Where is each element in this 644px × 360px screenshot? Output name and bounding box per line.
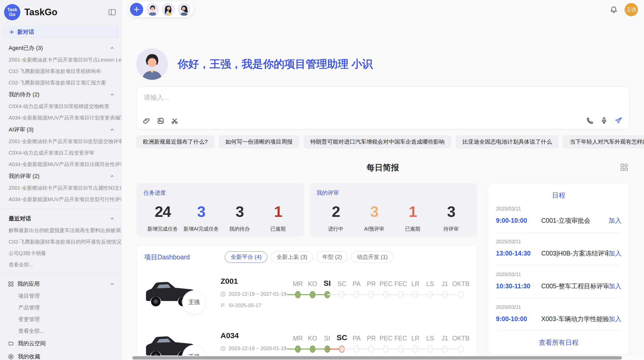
- phone-icon[interactable]: [586, 117, 593, 124]
- sidebar-conversation-item[interactable]: C0X4-动力总成开发项目工程变更评审: [0, 147, 121, 159]
- milestone-stop: OKTB: [452, 276, 470, 301]
- sidebar-conversation-item[interactable]: A034-全新新能源MUV产品开发项目计划变更表编写: [0, 112, 121, 124]
- schedule-date: 2025/03/11: [496, 272, 621, 277]
- join-link[interactable]: 加入: [609, 249, 621, 258]
- schedule-entry-main: 9:00-10:00X003-车辆动力学性能验...加入: [496, 315, 621, 323]
- daily-brief-header: 每日简报: [136, 162, 629, 173]
- chevron-up-icon: [110, 216, 115, 221]
- stat-metric-value: 2: [317, 203, 355, 220]
- sidebar-conversation-item[interactable]: Z001-全新燃油轻卡产品开发项目SI造型提交物评审: [0, 136, 121, 147]
- dashboard-filter-chip[interactable]: 全新上装 (3): [271, 251, 313, 263]
- chevron-up-icon: [110, 174, 115, 179]
- join-link[interactable]: 加入: [609, 315, 621, 323]
- image-icon[interactable]: [157, 117, 164, 124]
- sidebar-item-cloud-space[interactable]: 我的云空间: [0, 337, 121, 350]
- add-agent-button[interactable]: [130, 3, 143, 16]
- stat-metrics: 24新增完成任务3新增AI完成任务3我的待办1已逾期: [143, 203, 297, 232]
- stat-metric-label: 进行中: [317, 226, 355, 232]
- sidebar-section-header[interactable]: 我的待办 (2): [0, 88, 121, 101]
- app-logo: Task Go: [4, 4, 20, 20]
- milestone-label: PA: [349, 276, 364, 288]
- dashboard-title: 项目Dashboard: [144, 253, 190, 262]
- suggestion-chip[interactable]: 欧洲新规最近颁布了什么?: [136, 135, 214, 148]
- user-avatar[interactable]: 王强: [625, 3, 638, 16]
- my-apps-item[interactable]: 变更管理: [0, 313, 121, 325]
- sidebar-conversation-item[interactable]: A034-全新新能源MUV产品开发项目法规符合性评审: [0, 159, 121, 170]
- horizontal-scrollbar[interactable]: [132, 356, 644, 360]
- greeting-block: 你好，王强，我是你的项目管理助理 小识: [136, 48, 629, 80]
- clock-icon: [221, 292, 226, 297]
- sidebar-item-favorites[interactable]: 我的收藏: [0, 350, 121, 360]
- sidebar-section-header[interactable]: 我的评审 (2): [0, 170, 121, 182]
- schedule-name: C005-整车工程目标评审: [541, 282, 609, 290]
- agent-avatar-3[interactable]: [178, 3, 191, 16]
- milestone-dot-wrap: [364, 345, 379, 355]
- agent-avatar-2[interactable]: [162, 3, 175, 16]
- stat-metric-label: 待评审: [432, 226, 470, 232]
- stat-metric: 3AI预评审: [355, 203, 393, 232]
- view-all-schedule-link[interactable]: 查看所有日程: [496, 331, 621, 351]
- join-link[interactable]: 加入: [609, 282, 621, 290]
- agent-avatar-1[interactable]: [146, 3, 159, 16]
- recent-chat-item[interactable]: C02-飞腾新能源轻客改款项目的闭环通告反馈情况: [0, 236, 121, 248]
- sidebar-section-header[interactable]: Agent已办 (3): [0, 42, 121, 54]
- scrollbar-thumb[interactable]: [132, 356, 622, 359]
- recent-chat-item[interactable]: 查看全部...: [0, 259, 121, 271]
- schedule-time: 10:30-11:30: [496, 282, 541, 290]
- suggestion-chip[interactable]: 特朗普可能对进口汽车增税会对中国车企造成哪些影响: [304, 135, 451, 148]
- my-apps-item[interactable]: 查看全部...: [0, 325, 121, 337]
- milestone-label: OKTB: [452, 276, 470, 288]
- recent-chat-item[interactable]: 解释最新出台的欧盟报废车法规再生塑料比例被调至15%...: [0, 225, 121, 236]
- milestone-stop: PEC: [379, 331, 393, 355]
- project-info: Z0012023-12-19 ~ 2027-01-19SI-2025-05-17: [221, 276, 290, 308]
- microphone-icon[interactable]: [601, 117, 608, 124]
- brief-right-column: 日程 2025/03/119:00-10:00C001-立项审批会加入2025/…: [488, 183, 629, 360]
- sidebar-section-header[interactable]: AI评审 (3): [0, 124, 121, 136]
- join-link[interactable]: 加入: [609, 216, 621, 225]
- sidebar-conversation-item[interactable]: C02-飞腾新能源轻客改款项目里程碑画布: [0, 66, 121, 77]
- sidebar-conversation-item[interactable]: Z001-全新燃油轻卡产品开发项目SI节点属性5D文件评审: [0, 182, 121, 194]
- new-chat-button[interactable]: 新对话: [3, 26, 118, 38]
- dashboard-filter-chip[interactable]: 全新平台 (4): [225, 251, 267, 263]
- milestone-stop: J1: [437, 331, 452, 355]
- sidebar-conversation-item[interactable]: Z001-全新燃油皮卡产品开发项目SI节点Lesson Learn报告: [0, 54, 121, 66]
- milestone-label: PEC: [379, 331, 393, 342]
- project-dashboard-card: 项目Dashboard 全新平台 (4)全新上装 (3)年型 (2)动总开发 (…: [136, 245, 477, 360]
- plus-icon: [9, 29, 14, 35]
- dashboard-filter-chip[interactable]: 年型 (2): [316, 251, 348, 263]
- suggestion-chip[interactable]: 当下年轻人对汽车外观有怎样的喜好趋势: [563, 135, 644, 148]
- dashboard-filter-chip[interactable]: 动总开发 (1): [351, 251, 393, 263]
- content: 你好，王强，我是你的项目管理助理 小识 欧洲新规: [136, 20, 629, 360]
- stat-metric-label: 新增AI完成任务: [182, 226, 220, 232]
- milestone-stop: LS: [423, 331, 437, 355]
- schedule-time: 9:00-10:00: [496, 315, 541, 323]
- stat-metric-label: AI预评审: [355, 226, 393, 232]
- my-apps-item[interactable]: 项目管理: [0, 290, 121, 302]
- recent-chats-header[interactable]: 最近对话: [0, 213, 121, 225]
- suggestion-chip[interactable]: 比亚迪全固态电池计划具体说了什么: [456, 135, 559, 148]
- app-title: TaskGo: [24, 7, 108, 18]
- schedule-entry-main: 9:00-10:00C001-立项审批会加入: [496, 216, 621, 225]
- recent-chat-item[interactable]: 公司Q3轻卡销量: [0, 248, 121, 259]
- milestone-label: SI: [320, 331, 335, 342]
- scissors-icon[interactable]: [171, 117, 178, 124]
- stat-metric-value: 3: [355, 203, 393, 220]
- my-apps-item[interactable]: 产品管理: [0, 302, 121, 313]
- milestone-stop: SC: [334, 276, 349, 301]
- stat-metric-value: 1: [393, 203, 432, 220]
- sidebar-conversation-item[interactable]: A034-全新新能源MUV产品开发项目造型可行性评审: [0, 194, 121, 205]
- bell-icon[interactable]: [610, 6, 618, 13]
- sidebar-collapse-icon[interactable]: [108, 8, 116, 16]
- layout-grid-icon[interactable]: [620, 163, 628, 171]
- project-row[interactable]: 王强Z0012023-12-19 ~ 2027-01-19SI-2025-05-…: [144, 276, 470, 317]
- send-icon[interactable]: [615, 117, 622, 124]
- sidebar-conversation-item[interactable]: C0X4-动力总成开发项目SI里程碑提交物检查: [0, 101, 121, 112]
- my-apps-header[interactable]: 我的应用: [0, 278, 121, 290]
- suggestion-chip[interactable]: 如何写一份清晰的项目周报: [219, 135, 299, 148]
- sidebar-conversation-item[interactable]: C02-飞腾新能源轻客改款项目立项汇报方案: [0, 77, 121, 88]
- paperclip-icon[interactable]: [143, 117, 150, 124]
- apps-grid-icon: [8, 281, 14, 287]
- chat-input[interactable]: [143, 93, 479, 102]
- stat-metric: 3待评审: [432, 203, 470, 232]
- milestone-stop: SC: [334, 331, 349, 355]
